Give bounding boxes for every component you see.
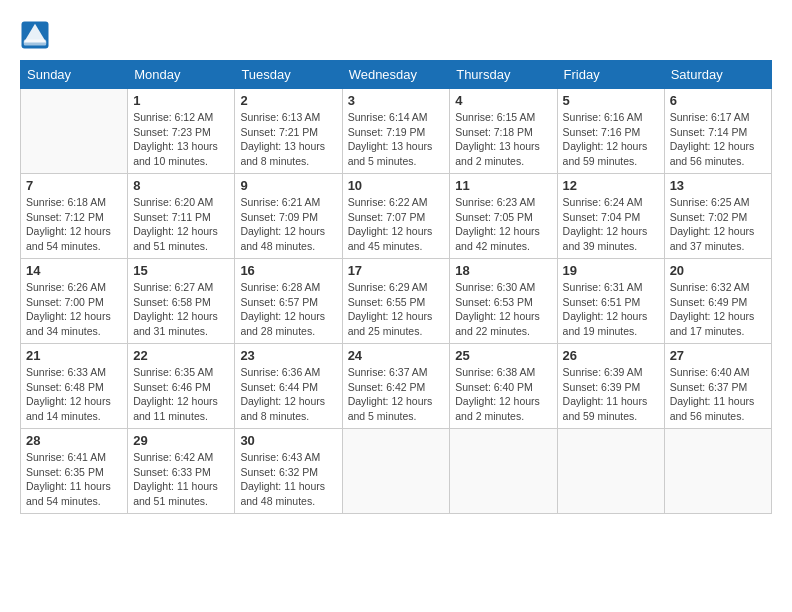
day-number: 7 (26, 178, 122, 193)
day-number: 4 (455, 93, 551, 108)
day-info: Sunrise: 6:37 AM Sunset: 6:42 PM Dayligh… (348, 365, 445, 424)
day-info: Sunrise: 6:32 AM Sunset: 6:49 PM Dayligh… (670, 280, 766, 339)
day-number: 26 (563, 348, 659, 363)
day-info: Sunrise: 6:26 AM Sunset: 7:00 PM Dayligh… (26, 280, 122, 339)
day-number: 25 (455, 348, 551, 363)
calendar-cell: 29Sunrise: 6:42 AM Sunset: 6:33 PM Dayli… (128, 429, 235, 514)
calendar-cell: 17Sunrise: 6:29 AM Sunset: 6:55 PM Dayli… (342, 259, 450, 344)
day-number: 10 (348, 178, 445, 193)
day-number: 23 (240, 348, 336, 363)
day-number: 20 (670, 263, 766, 278)
calendar-cell (450, 429, 557, 514)
calendar-week-row: 7Sunrise: 6:18 AM Sunset: 7:12 PM Daylig… (21, 174, 772, 259)
day-info: Sunrise: 6:25 AM Sunset: 7:02 PM Dayligh… (670, 195, 766, 254)
day-number: 16 (240, 263, 336, 278)
day-info: Sunrise: 6:38 AM Sunset: 6:40 PM Dayligh… (455, 365, 551, 424)
day-number: 27 (670, 348, 766, 363)
day-info: Sunrise: 6:36 AM Sunset: 6:44 PM Dayligh… (240, 365, 336, 424)
weekday-header-row: SundayMondayTuesdayWednesdayThursdayFrid… (21, 61, 772, 89)
calendar-cell: 18Sunrise: 6:30 AM Sunset: 6:53 PM Dayli… (450, 259, 557, 344)
calendar-cell: 28Sunrise: 6:41 AM Sunset: 6:35 PM Dayli… (21, 429, 128, 514)
calendar-week-row: 28Sunrise: 6:41 AM Sunset: 6:35 PM Dayli… (21, 429, 772, 514)
day-info: Sunrise: 6:30 AM Sunset: 6:53 PM Dayligh… (455, 280, 551, 339)
day-info: Sunrise: 6:23 AM Sunset: 7:05 PM Dayligh… (455, 195, 551, 254)
calendar-cell: 21Sunrise: 6:33 AM Sunset: 6:48 PM Dayli… (21, 344, 128, 429)
day-number: 28 (26, 433, 122, 448)
day-info: Sunrise: 6:24 AM Sunset: 7:04 PM Dayligh… (563, 195, 659, 254)
calendar-cell: 2Sunrise: 6:13 AM Sunset: 7:21 PM Daylig… (235, 89, 342, 174)
weekday-header-friday: Friday (557, 61, 664, 89)
page-header (20, 20, 772, 50)
calendar-cell: 27Sunrise: 6:40 AM Sunset: 6:37 PM Dayli… (664, 344, 771, 429)
day-number: 22 (133, 348, 229, 363)
day-number: 14 (26, 263, 122, 278)
day-number: 29 (133, 433, 229, 448)
weekday-header-sunday: Sunday (21, 61, 128, 89)
calendar-cell (557, 429, 664, 514)
day-info: Sunrise: 6:28 AM Sunset: 6:57 PM Dayligh… (240, 280, 336, 339)
calendar-cell (21, 89, 128, 174)
logo (20, 20, 54, 50)
calendar-cell: 9Sunrise: 6:21 AM Sunset: 7:09 PM Daylig… (235, 174, 342, 259)
day-info: Sunrise: 6:43 AM Sunset: 6:32 PM Dayligh… (240, 450, 336, 509)
weekday-header-tuesday: Tuesday (235, 61, 342, 89)
day-number: 11 (455, 178, 551, 193)
day-number: 1 (133, 93, 229, 108)
calendar-cell: 5Sunrise: 6:16 AM Sunset: 7:16 PM Daylig… (557, 89, 664, 174)
day-info: Sunrise: 6:22 AM Sunset: 7:07 PM Dayligh… (348, 195, 445, 254)
weekday-header-saturday: Saturday (664, 61, 771, 89)
calendar-week-row: 21Sunrise: 6:33 AM Sunset: 6:48 PM Dayli… (21, 344, 772, 429)
calendar-cell: 16Sunrise: 6:28 AM Sunset: 6:57 PM Dayli… (235, 259, 342, 344)
calendar-cell: 20Sunrise: 6:32 AM Sunset: 6:49 PM Dayli… (664, 259, 771, 344)
calendar-cell: 14Sunrise: 6:26 AM Sunset: 7:00 PM Dayli… (21, 259, 128, 344)
day-info: Sunrise: 6:41 AM Sunset: 6:35 PM Dayligh… (26, 450, 122, 509)
day-info: Sunrise: 6:27 AM Sunset: 6:58 PM Dayligh… (133, 280, 229, 339)
day-number: 21 (26, 348, 122, 363)
calendar-cell: 26Sunrise: 6:39 AM Sunset: 6:39 PM Dayli… (557, 344, 664, 429)
day-number: 24 (348, 348, 445, 363)
day-number: 17 (348, 263, 445, 278)
day-info: Sunrise: 6:42 AM Sunset: 6:33 PM Dayligh… (133, 450, 229, 509)
day-number: 6 (670, 93, 766, 108)
day-number: 30 (240, 433, 336, 448)
day-number: 19 (563, 263, 659, 278)
day-info: Sunrise: 6:39 AM Sunset: 6:39 PM Dayligh… (563, 365, 659, 424)
calendar-cell: 24Sunrise: 6:37 AM Sunset: 6:42 PM Dayli… (342, 344, 450, 429)
day-number: 13 (670, 178, 766, 193)
day-number: 18 (455, 263, 551, 278)
weekday-header-monday: Monday (128, 61, 235, 89)
calendar-cell: 7Sunrise: 6:18 AM Sunset: 7:12 PM Daylig… (21, 174, 128, 259)
calendar-cell: 11Sunrise: 6:23 AM Sunset: 7:05 PM Dayli… (450, 174, 557, 259)
day-info: Sunrise: 6:18 AM Sunset: 7:12 PM Dayligh… (26, 195, 122, 254)
day-number: 8 (133, 178, 229, 193)
svg-rect-2 (24, 40, 47, 46)
day-number: 12 (563, 178, 659, 193)
day-number: 9 (240, 178, 336, 193)
calendar-cell: 25Sunrise: 6:38 AM Sunset: 6:40 PM Dayli… (450, 344, 557, 429)
calendar-cell: 12Sunrise: 6:24 AM Sunset: 7:04 PM Dayli… (557, 174, 664, 259)
calendar-cell: 19Sunrise: 6:31 AM Sunset: 6:51 PM Dayli… (557, 259, 664, 344)
logo-icon (20, 20, 50, 50)
calendar-cell: 23Sunrise: 6:36 AM Sunset: 6:44 PM Dayli… (235, 344, 342, 429)
day-info: Sunrise: 6:13 AM Sunset: 7:21 PM Dayligh… (240, 110, 336, 169)
weekday-header-wednesday: Wednesday (342, 61, 450, 89)
day-number: 2 (240, 93, 336, 108)
day-number: 3 (348, 93, 445, 108)
calendar-cell: 8Sunrise: 6:20 AM Sunset: 7:11 PM Daylig… (128, 174, 235, 259)
day-info: Sunrise: 6:21 AM Sunset: 7:09 PM Dayligh… (240, 195, 336, 254)
calendar-cell: 6Sunrise: 6:17 AM Sunset: 7:14 PM Daylig… (664, 89, 771, 174)
calendar-cell (342, 429, 450, 514)
calendar-cell (664, 429, 771, 514)
calendar-cell: 10Sunrise: 6:22 AM Sunset: 7:07 PM Dayli… (342, 174, 450, 259)
calendar-cell: 22Sunrise: 6:35 AM Sunset: 6:46 PM Dayli… (128, 344, 235, 429)
day-number: 15 (133, 263, 229, 278)
weekday-header-thursday: Thursday (450, 61, 557, 89)
day-info: Sunrise: 6:29 AM Sunset: 6:55 PM Dayligh… (348, 280, 445, 339)
calendar-cell: 15Sunrise: 6:27 AM Sunset: 6:58 PM Dayli… (128, 259, 235, 344)
day-info: Sunrise: 6:12 AM Sunset: 7:23 PM Dayligh… (133, 110, 229, 169)
calendar-cell: 30Sunrise: 6:43 AM Sunset: 6:32 PM Dayli… (235, 429, 342, 514)
calendar-week-row: 1Sunrise: 6:12 AM Sunset: 7:23 PM Daylig… (21, 89, 772, 174)
day-info: Sunrise: 6:16 AM Sunset: 7:16 PM Dayligh… (563, 110, 659, 169)
calendar-week-row: 14Sunrise: 6:26 AM Sunset: 7:00 PM Dayli… (21, 259, 772, 344)
day-info: Sunrise: 6:14 AM Sunset: 7:19 PM Dayligh… (348, 110, 445, 169)
